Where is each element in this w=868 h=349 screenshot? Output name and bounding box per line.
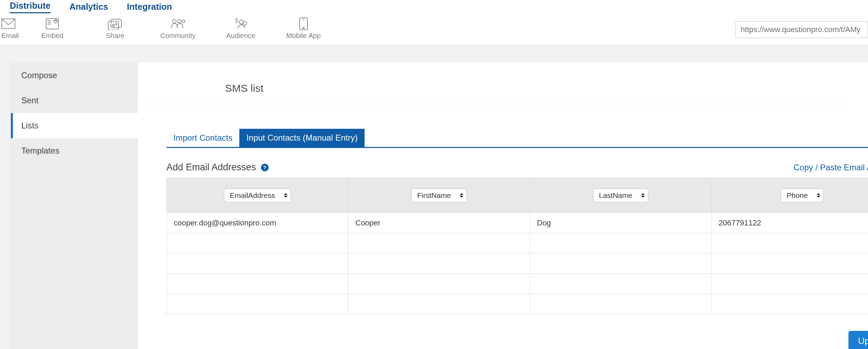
cell-email[interactable]: cooper.dog@questionpro.com <box>167 213 349 233</box>
cell-phone[interactable] <box>711 253 868 274</box>
tool-mobile-app[interactable]: Mobile App <box>272 16 335 40</box>
main-panel: SMS list Import Contacts Input Contacts … <box>138 63 868 349</box>
col-header-lastname: LastName <box>530 178 712 213</box>
table-row[interactable] <box>167 253 868 274</box>
top-nav-analytics[interactable]: Analytics <box>69 2 108 13</box>
audience-icon: $ <box>233 16 248 31</box>
grid-header-row: EmailAddress FirstName <box>167 178 868 213</box>
table-row[interactable] <box>167 233 868 253</box>
cell-firstname[interactable] <box>348 233 530 253</box>
cell-phone[interactable] <box>711 274 868 294</box>
upload-button[interactable]: Upload <box>848 331 868 349</box>
embed-icon <box>45 16 59 31</box>
page-title: SMS list <box>138 63 847 104</box>
table-row[interactable]: cooper.dog@questionpro.com Cooper Dog 20… <box>167 213 868 233</box>
section-title: Add Email Addresses ? <box>166 162 269 173</box>
tab-import-contacts[interactable]: Import Contacts <box>166 129 239 147</box>
table-row[interactable] <box>167 274 868 294</box>
tab-input-contacts[interactable]: Input Contacts (Manual Entry) <box>239 129 365 147</box>
section-title-text: Add Email Addresses <box>166 162 256 173</box>
tool-label: Embed <box>41 32 63 40</box>
upload-wrap: Upload <box>166 325 868 349</box>
svg-point-6 <box>115 23 117 25</box>
mail-icon <box>1 16 15 31</box>
top-nav-integration[interactable]: Integration <box>127 2 172 13</box>
tool-audience[interactable]: $ Audience <box>209 16 272 40</box>
sidebar-item-lists[interactable]: Lists <box>11 113 138 138</box>
svg-point-15 <box>303 27 304 29</box>
sidebar-item-templates[interactable]: Templates <box>11 138 138 163</box>
sidebar-item-compose[interactable]: Compose <box>11 63 138 88</box>
top-nav: Distribute Analytics Integration <box>0 0 868 14</box>
col-select-firstname[interactable]: FirstName <box>411 188 467 202</box>
grid-body: cooper.dog@questionpro.com Cooper Dog 20… <box>167 213 868 314</box>
select-chevron-icon <box>284 193 287 198</box>
col-header-email: EmailAddress <box>167 178 349 213</box>
top-nav-distribute[interactable]: Distribute <box>10 1 51 13</box>
sidebar-item-sent[interactable]: Sent <box>11 88 138 113</box>
cell-phone[interactable] <box>711 294 868 314</box>
cell-email[interactable] <box>167 294 349 314</box>
cell-lastname[interactable] <box>530 233 712 253</box>
body-area: Compose Sent Lists Templates SMS list Im… <box>0 45 868 349</box>
tool-share[interactable]: Share <box>84 16 147 40</box>
svg-point-8 <box>178 20 181 23</box>
share-icon <box>107 16 123 31</box>
col-select-lastname[interactable]: LastName <box>593 188 648 202</box>
cell-lastname[interactable]: Dog <box>530 213 712 233</box>
col-header-phone: Phone <box>711 178 868 213</box>
col-select-phone[interactable]: Phone <box>781 188 824 202</box>
cell-lastname[interactable] <box>530 253 712 274</box>
tool-email[interactable]: Email <box>0 16 21 40</box>
svg-point-7 <box>173 20 176 23</box>
cell-email[interactable] <box>167 253 349 274</box>
tool-label: Share <box>106 32 124 40</box>
table-row[interactable] <box>167 294 868 314</box>
cell-phone[interactable]: 2067791122 <box>711 213 868 233</box>
svg-point-9 <box>182 20 185 23</box>
tool-label: Audience <box>226 32 255 40</box>
tool-community[interactable]: Community <box>147 16 209 40</box>
cell-phone[interactable] <box>711 233 868 253</box>
svg-rect-4 <box>108 21 119 30</box>
svg-point-12 <box>243 22 247 25</box>
section-header: Add Email Addresses ? Copy / Paste Email… <box>166 162 868 173</box>
svg-point-5 <box>112 24 114 27</box>
tool-label: Community <box>160 32 195 40</box>
col-header-firstname: FirstName <box>348 178 530 213</box>
cell-email[interactable] <box>167 233 349 253</box>
select-chevron-icon <box>817 193 820 198</box>
cell-firstname[interactable] <box>348 294 530 314</box>
help-icon[interactable]: ? <box>261 164 269 171</box>
body-inner: Compose Sent Lists Templates SMS list Im… <box>10 63 868 349</box>
cell-firstname[interactable]: Cooper <box>348 213 530 233</box>
select-chevron-icon <box>641 193 645 198</box>
cell-lastname[interactable] <box>530 274 712 294</box>
contacts-tabs: Import Contacts Input Contacts (Manual E… <box>166 129 868 148</box>
svg-rect-13 <box>300 18 307 30</box>
cell-firstname[interactable] <box>348 253 530 274</box>
contacts-grid: EmailAddress FirstName <box>166 178 868 314</box>
svg-text:$: $ <box>235 18 238 24</box>
copy-paste-link[interactable]: Copy / Paste Email Addres <box>794 163 868 172</box>
tool-label: Mobile App <box>286 32 321 40</box>
select-chevron-icon <box>460 193 463 198</box>
cell-lastname[interactable] <box>530 294 712 314</box>
cell-firstname[interactable] <box>348 274 530 294</box>
col-select-email[interactable]: EmailAddress <box>224 188 291 202</box>
community-icon <box>170 16 186 31</box>
distribute-toolbar: Email Embed Share Community $ Audience M… <box>0 14 868 45</box>
sidebar: Compose Sent Lists Templates <box>10 63 138 349</box>
mobile-icon <box>299 16 308 31</box>
tool-embed[interactable]: Embed <box>21 16 84 40</box>
survey-url-input[interactable] <box>735 21 868 38</box>
tool-label: Email <box>1 32 19 40</box>
cell-email[interactable] <box>167 274 349 294</box>
